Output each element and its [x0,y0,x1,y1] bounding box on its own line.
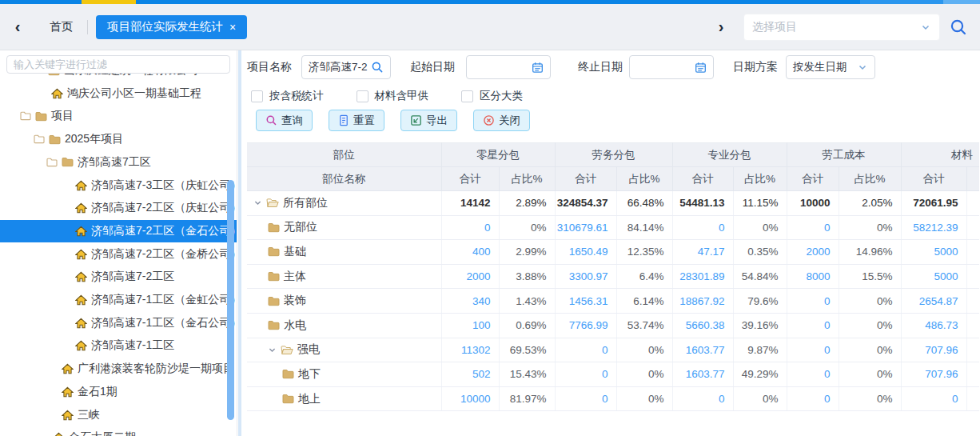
forward-chevron-icon[interactable]: › [713,18,729,36]
amount-cell[interactable]: 11302 [441,338,499,362]
amount-cell[interactable]: 0 [787,215,839,240]
part-name-cell[interactable]: 地下 [247,362,441,387]
tree-item[interactable]: 济邹高速7-2工区 [0,266,237,288]
checkbox-box[interactable] [461,90,473,102]
amount-cell[interactable]: 0 [787,362,839,387]
amount-cell[interactable]: 707.96 [901,338,966,362]
amount-cell[interactable]: 310679.61 [555,215,616,240]
part-name-cell[interactable]: 所有部位 [247,191,441,216]
checkbox-1[interactable]: 材料含甲供 [357,89,429,103]
tree-item[interactable]: 济邹高速7-2工区（金石公司） [0,220,237,242]
part-name-cell[interactable]: 水电 [247,313,441,338]
amount-cell[interactable]: 340 [441,289,499,314]
tree-item[interactable]: 三峡 [0,404,237,426]
amount-cell[interactable]: 0 [555,338,616,362]
part-name-cell[interactable]: 地上 [247,386,441,411]
amount-cell[interactable]: 18867.92 [672,289,733,314]
amount-cell[interactable]: 100 [441,313,499,338]
amount-cell[interactable]: 0 [672,215,733,240]
amount-cell[interactable]: 7766.99 [555,313,616,338]
part-name-label: 地下 [298,367,321,382]
sidebar-scrollbar-thumb[interactable] [227,180,234,420]
amount-cell[interactable]: 0 [787,289,839,314]
amount-cell[interactable]: 0 [787,386,839,411]
tree-item[interactable]: 金石大厦二期 [0,426,237,436]
tree-filter-input[interactable] [6,55,230,74]
back-chevron-icon[interactable]: ‹ [10,18,26,36]
checkbox-0[interactable]: 按含税统计 [251,89,324,103]
export-button[interactable]: 导出 [400,110,457,131]
tree-expander-icon[interactable] [46,158,58,167]
tree-item[interactable]: 济邹高速7-1工区（金虹公司） [0,289,237,311]
amount-cell[interactable]: 0 [787,338,839,362]
row-collapse-icon[interactable] [253,198,262,207]
amount-cell[interactable]: 0 [441,215,499,240]
tab-home[interactable]: 首页 [35,19,87,34]
tab-active[interactable]: 项目部位实际发生统计 × [96,15,247,39]
amount-cell[interactable]: 1650.49 [555,240,616,265]
close-button[interactable]: 关闭 [473,110,530,131]
amount-cell[interactable]: 0 [555,362,616,387]
part-name-cell[interactable]: 主体 [247,264,441,289]
amount-cell[interactable]: 58212.39 [901,215,966,240]
amount-cell[interactable]: 5000 [901,240,966,265]
query-button[interactable]: 查询 [256,110,313,131]
tree-item[interactable]: 济邹高速7-2工区（庆虹公司） [0,197,237,219]
cut-column-cell [966,240,979,265]
amount-cell[interactable]: 2000 [787,240,839,265]
amount-cell[interactable]: 1456.31 [555,289,616,314]
column-subheader: 合计 [901,167,966,191]
amount-cell[interactable]: 3300.97 [555,264,616,289]
project-select[interactable]: 选择项目 [743,14,940,41]
tree-item[interactable]: 济邹高速7-1工区 [0,334,237,357]
amount-cell[interactable]: 2000 [441,264,499,289]
part-name-cell[interactable]: 基础 [247,240,441,265]
tree-item[interactable]: 鸿庆公司小区一期基础工程 [0,82,237,105]
tree-expander-icon[interactable] [20,111,31,121]
row-collapse-icon[interactable] [268,346,277,354]
part-name-cell[interactable]: 装饰 [247,289,441,314]
amount-cell[interactable]: 8000 [787,264,839,289]
part-name-cell[interactable]: 无部位 [247,215,441,240]
amount-cell[interactable]: 10000 [441,386,499,411]
date-scheme-select[interactable]: 按发生日期 [786,55,875,79]
amount-cell[interactable]: 28301.89 [672,264,733,289]
calendar-icon[interactable] [532,62,544,74]
tree-expander-icon[interactable] [34,134,45,144]
tree-item[interactable]: 济邹高速7-1工区（金石公司） [0,312,237,334]
tree-item[interactable]: 济邹高速7工区 [0,151,237,174]
tree-item[interactable]: 2025年项目 [0,128,237,150]
tab-close-icon[interactable]: × [229,22,236,33]
tree-item[interactable]: 济邹高速7-2工区（金桥公司） [0,243,237,266]
tree-item[interactable]: 金石1期 [0,381,237,403]
amount-cell[interactable]: 400 [441,240,499,265]
tree-item[interactable]: 济邹高速7-3工区（庆虹公司） [0,174,237,197]
folder-icon [62,157,74,167]
search-icon[interactable] [950,18,967,36]
checkbox-box[interactable] [251,90,263,102]
amount-cell[interactable]: 5660.38 [672,313,733,338]
amount-cell[interactable]: 1603.77 [672,362,733,387]
reset-button[interactable]: 重置 [329,110,384,131]
checkbox-2[interactable]: 区分大类 [461,89,523,103]
checkbox-box[interactable] [357,90,368,102]
amount-cell[interactable]: 47.17 [672,240,733,265]
end-date-input[interactable] [636,62,695,74]
search-icon[interactable] [371,61,384,74]
amount-cell[interactable]: 5000 [901,264,966,289]
start-date-input[interactable] [473,62,532,74]
amount-cell[interactable]: 0 [787,313,839,338]
tree-item[interactable]: 项目 [0,105,237,127]
amount-cell[interactable]: 2654.87 [901,289,966,314]
amount-cell[interactable]: 0 [555,386,616,411]
amount-cell[interactable]: 707.96 [901,362,966,387]
part-name-cell[interactable]: 强电 [247,338,441,362]
tree-item[interactable]: 广利港滚装客轮防沙堤一期项目 [0,358,237,380]
project-name-input[interactable] [309,62,371,74]
amount-cell[interactable]: 0 [672,386,733,411]
calendar-icon[interactable] [695,62,707,74]
amount-cell[interactable]: 486.73 [901,313,966,338]
amount-cell[interactable]: 0 [901,386,966,411]
amount-cell[interactable]: 1603.77 [672,338,733,362]
amount-cell[interactable]: 502 [441,362,499,387]
